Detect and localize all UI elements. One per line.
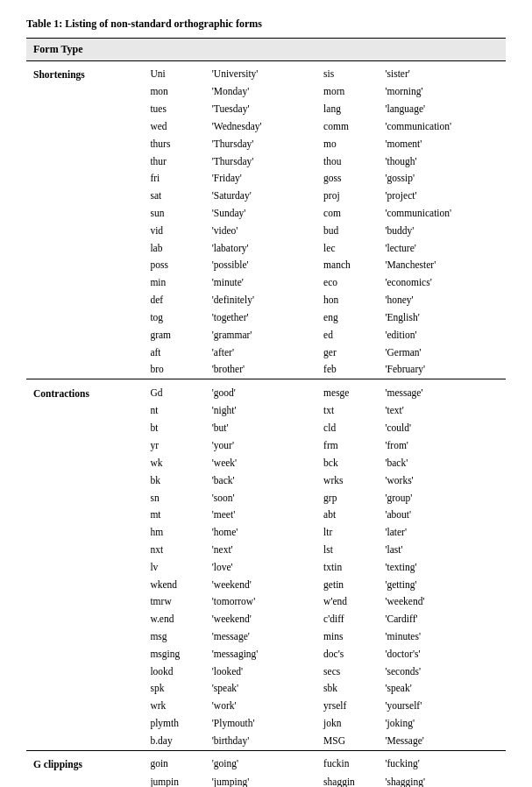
table-row: poss'possible'manch'Manchester' (26, 257, 506, 274)
table-row: lookd'looked'secs'seconds' (26, 663, 506, 681)
table-row: nt'night'txt'text' (26, 402, 506, 420)
meaning-cell: 'February' (378, 361, 506, 379)
meaning-cell: 'definitely' (205, 292, 316, 309)
form-cell: Uni (143, 66, 204, 84)
section-label (26, 507, 143, 524)
section-label (26, 646, 143, 663)
form-cell: abt (316, 507, 378, 524)
meaning-cell: 'sister' (378, 66, 506, 84)
section-label (26, 715, 143, 733)
table-row: jumpin'jumping'shaggin'shagging' (26, 774, 506, 787)
form-cell: doc's (316, 646, 378, 663)
meaning-cell: 'project' (378, 188, 506, 205)
form-cell: lec (316, 240, 378, 258)
form-cell: bud (316, 223, 378, 240)
table-row: wk'week'bck'back' (26, 455, 506, 472)
section-label (26, 344, 143, 362)
meaning-cell: 'soon' (205, 490, 316, 507)
meaning-cell: 'edition' (378, 327, 506, 344)
section-label (26, 490, 143, 507)
meaning-cell: 'weekend' (205, 577, 316, 594)
meaning-cell: 'minute' (205, 274, 316, 292)
form-type-header: Form Type (26, 39, 506, 61)
form-cell: thurs (143, 136, 204, 153)
section-label (26, 274, 143, 292)
meaning-cell: 'Monday' (205, 83, 316, 101)
section-label (26, 663, 143, 681)
meaning-cell: 'love' (205, 559, 316, 577)
meaning-cell: 'gossip' (378, 170, 506, 188)
section-label (26, 402, 143, 420)
table-row: hm'home'ltr'later' (26, 524, 506, 542)
form-cell: mt (143, 507, 204, 524)
form-cell: cld (316, 420, 378, 437)
table-row: msg'message'mins'minutes' (26, 628, 506, 646)
form-cell: plymth (143, 715, 204, 733)
form-cell: morn (316, 83, 378, 101)
form-cell: mesge (316, 385, 378, 403)
section-label (26, 327, 143, 344)
form-cell: eco (316, 274, 378, 292)
form-cell: aft (143, 344, 204, 362)
form-cell: min (143, 274, 204, 292)
table-row: ShorteningsUni'University'sis'sister' (26, 66, 506, 84)
meaning-cell: 'Wednesday' (205, 118, 316, 136)
meaning-cell: 'labatory' (205, 240, 316, 258)
table-row: thur'Thursday'thou'though' (26, 153, 506, 171)
meaning-cell: 'grammar' (205, 327, 316, 344)
form-cell: wed (143, 118, 204, 136)
form-cell: jumpin (143, 774, 204, 787)
form-cell: sat (143, 188, 204, 205)
form-cell: w.end (143, 611, 204, 628)
table-row: ContractionsGd'good'mesge'message' (26, 385, 506, 403)
form-cell: thou (316, 153, 378, 171)
meaning-cell: 'Tuesday' (205, 101, 316, 118)
table-row: tmrw'tomorrow'w'end'weekend' (26, 593, 506, 611)
section-label (26, 101, 143, 118)
meaning-cell: 'Thursday' (205, 153, 316, 171)
meaning-cell: 'honey' (378, 292, 506, 309)
form-cell: w'end (316, 593, 378, 611)
meaning-cell: 'could' (378, 420, 506, 437)
section-label (26, 774, 143, 787)
meaning-cell: 'buddy' (378, 223, 506, 240)
form-cell: getin (316, 577, 378, 594)
form-cell: msg (143, 628, 204, 646)
section-label: G clippings (26, 755, 143, 774)
meaning-cell: 'speak' (205, 680, 316, 698)
section-label (26, 542, 143, 559)
meaning-cell: 'Saturday' (205, 188, 316, 205)
form-cell: c'diff (316, 611, 378, 628)
section-label (26, 472, 143, 490)
section-label (26, 559, 143, 577)
form-cell: tmrw (143, 593, 204, 611)
meaning-cell: 'message' (378, 385, 506, 403)
meaning-cell: 'English' (378, 309, 506, 327)
form-cell: jokn (316, 715, 378, 733)
meaning-cell: 'morning' (378, 83, 506, 101)
form-cell: hm (143, 524, 204, 542)
form-cell: wrk (143, 698, 204, 715)
meaning-cell: 'meet' (205, 507, 316, 524)
table-row: sat'Saturday'proj'project' (26, 188, 506, 205)
meaning-cell: 'about' (378, 507, 506, 524)
form-cell: txtin (316, 559, 378, 577)
meaning-cell: 'moment' (378, 136, 506, 153)
form-cell: frm (316, 437, 378, 455)
table-row: msging'messaging'doc's'doctor's' (26, 646, 506, 663)
meaning-cell: 'later' (378, 524, 506, 542)
section-label (26, 698, 143, 715)
section-label (26, 455, 143, 472)
section-label (26, 223, 143, 240)
meaning-cell: 'your' (205, 437, 316, 455)
meaning-cell: 'back' (205, 472, 316, 490)
section-label (26, 628, 143, 646)
section-label (26, 593, 143, 611)
form-cell: lookd (143, 663, 204, 681)
form-cell: sn (143, 490, 204, 507)
meaning-cell: 'message' (205, 628, 316, 646)
form-cell: poss (143, 257, 204, 274)
form-cell: feb (316, 361, 378, 379)
form-cell: nt (143, 402, 204, 420)
meaning-cell: 'night' (205, 402, 316, 420)
